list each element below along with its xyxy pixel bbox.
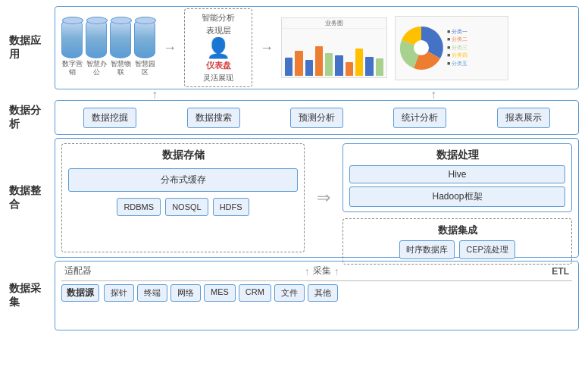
dashboard-box: 智能分析 表现层 👤 仪表盘 灵活展现 bbox=[184, 8, 252, 87]
legend-4: ■ 分类四 bbox=[447, 52, 468, 60]
fenxi-item-4: 统计分析 bbox=[393, 108, 446, 128]
cylinder-group: 数字营销 智慧办公 智慧物联 智慧园区 bbox=[61, 19, 155, 77]
content-yingyong: 数字营销 智慧办公 智慧物联 智慧园区 → 智能分析 bbox=[55, 6, 579, 89]
content-caiji: 适配器 ↑ 采集 ↑ ETL 数据源 探针 终端 网络 bbox=[55, 261, 579, 330]
fenxi-item-3: 预测分析 bbox=[290, 108, 343, 128]
bar-9 bbox=[365, 57, 373, 76]
source-crm: CRM bbox=[239, 284, 271, 302]
content-fenxi: 数据挖掘 数据搜索 预测分析 统计分析 报表展示 bbox=[55, 100, 579, 135]
cylinder-label-4: 智慧园区 bbox=[134, 60, 155, 77]
cylinder-1 bbox=[61, 19, 83, 58]
right-processing: 数据处理 Hive Hadoop框架 数据集成 时序数据库 CEP流处理 bbox=[342, 143, 572, 252]
dashboard-subtitle: 仪表盘 bbox=[206, 60, 231, 71]
middle-arrow: ⇒ bbox=[317, 143, 330, 252]
cylinder-item-2: 智慧办公 bbox=[86, 19, 107, 77]
storage-title: 数据存储 bbox=[68, 149, 298, 162]
etl-badge: ETL bbox=[552, 266, 569, 277]
cylinder-label-3: 智慧物联 bbox=[110, 60, 131, 77]
integration-title: 数据集成 bbox=[349, 224, 565, 237]
caiji-sources: 数据源 探针 终端 网络 MES CRM 文件 其他 bbox=[61, 284, 572, 302]
row-fenxi: 数据分析 数据挖掘 数据搜索 预测分析 统计分析 报表展示 bbox=[9, 100, 579, 135]
bar-1 bbox=[285, 58, 292, 76]
cylinder-item-1: 数字营销 bbox=[61, 19, 83, 77]
arrow-to-charts: → bbox=[260, 40, 274, 56]
cylinder-label-1: 数字营销 bbox=[61, 60, 83, 77]
processing-title: 数据处理 bbox=[349, 149, 565, 162]
svg-point-1 bbox=[414, 40, 429, 55]
mini-bar-chart: 业务图 bbox=[281, 17, 387, 78]
storage-box: 数据存储 分布式缓存 RDBMS NOSQL HDFS bbox=[61, 143, 305, 252]
distributed-cache: 分布式缓存 bbox=[68, 168, 298, 192]
bar-7 bbox=[346, 62, 353, 76]
legend-1: ■ 分类一 bbox=[447, 28, 468, 36]
cylinder-item-4: 智慧园区 bbox=[134, 19, 155, 77]
processing-hive: Hive bbox=[349, 165, 565, 183]
bar-4 bbox=[315, 46, 323, 76]
cylinder-2 bbox=[86, 19, 107, 58]
source-network: 网络 bbox=[170, 284, 201, 302]
legend-2: ■ 分类二 bbox=[447, 36, 468, 44]
mini-chart-bars bbox=[282, 29, 386, 77]
bar-2 bbox=[295, 51, 302, 76]
legend-5: ■ 分类五 bbox=[447, 60, 468, 68]
integration-box: 数据集成 时序数据库 CEP流处理 bbox=[342, 218, 572, 265]
content-zhenghe: 数据存储 分布式缓存 RDBMS NOSQL HDFS ⇒ 数据处理 Hive … bbox=[55, 138, 579, 258]
pie-legend: ■ 分类一 ■ 分类二 ■ 分类三 ■ 分类四 ■ 分类五 bbox=[447, 28, 468, 68]
source-mes: MES bbox=[204, 284, 236, 302]
source-title: 数据源 bbox=[61, 284, 99, 302]
row-caiji: 数据采集 适配器 ↑ 采集 ↑ ETL 数据源 探 bbox=[9, 261, 579, 330]
storage-bottom: RDBMS NOSQL HDFS bbox=[68, 198, 298, 216]
label-fenxi: 数据分析 bbox=[9, 100, 48, 135]
integration-tsdb: 时序数据库 bbox=[399, 240, 455, 259]
bar-8 bbox=[355, 49, 363, 76]
storage-hdfs: HDFS bbox=[213, 198, 249, 216]
processing-box: 数据处理 Hive Hadoop框架 bbox=[342, 143, 572, 212]
adapter-badge: 适配器 bbox=[64, 265, 92, 277]
caiji-header: 适配器 ↑ 采集 ↑ ETL bbox=[61, 265, 572, 277]
source-probe: 探针 bbox=[104, 284, 134, 302]
integration-cep: CEP流处理 bbox=[459, 240, 515, 259]
label-yingyong: 数据应用 bbox=[9, 6, 48, 89]
source-items: 探针 终端 网络 MES CRM 文件 其他 bbox=[104, 284, 572, 302]
integration-bottom: 时序数据库 CEP流处理 bbox=[349, 240, 565, 259]
legend-3: ■ 分类三 bbox=[447, 44, 468, 52]
processing-hadoop: Hadoop框架 bbox=[349, 186, 565, 207]
bar-10 bbox=[376, 58, 383, 76]
cylinder-item-3: 智慧物联 bbox=[110, 19, 131, 77]
mini-pie-chart: ■ 分类一 ■ 分类二 ■ 分类三 ■ 分类四 ■ 分类五 bbox=[395, 16, 508, 80]
flexible-label: 灵活展现 bbox=[203, 73, 233, 83]
collect-badge: 采集 bbox=[313, 265, 331, 277]
source-other: 其他 bbox=[308, 284, 338, 302]
cylinder-label-2: 智慧办公 bbox=[86, 60, 107, 77]
fenxi-item-1: 数据挖掘 bbox=[83, 108, 136, 128]
row-zhenghe: 数据整合 数据存储 分布式缓存 RDBMS NOSQL HDFS ⇒ 数据处理 … bbox=[9, 138, 579, 258]
dashboard-box-title: 智能分析 bbox=[202, 12, 235, 23]
dashboard-icon: 👤 bbox=[206, 36, 230, 60]
bar-5 bbox=[325, 53, 333, 76]
label-zhenghe: 数据整合 bbox=[9, 138, 48, 258]
label-caiji: 数据采集 bbox=[9, 261, 48, 330]
bar-3 bbox=[305, 60, 313, 76]
cylinder-4 bbox=[134, 19, 155, 58]
mini-chart-title: 业务图 bbox=[282, 18, 386, 29]
source-terminal: 终端 bbox=[137, 284, 167, 302]
storage-nosql: NOSQL bbox=[165, 198, 208, 216]
row-yingyong: 数据应用 数字营销 智慧办公 智慧物联 智慧园区 bbox=[9, 6, 579, 89]
dashboard-layer-title: 表现层 bbox=[206, 25, 231, 36]
bar-6 bbox=[335, 55, 342, 76]
arrow-to-dashboard: → bbox=[163, 40, 177, 56]
cylinder-3 bbox=[110, 19, 131, 58]
source-file: 文件 bbox=[274, 284, 305, 302]
main-container: 数据应用 数字营销 智慧办公 智慧物联 智慧园区 bbox=[0, 0, 588, 379]
pie-svg bbox=[399, 25, 444, 70]
fenxi-item-2: 数据搜索 bbox=[187, 108, 240, 128]
up-arrows-1: ↑ ↑ bbox=[9, 92, 579, 97]
storage-rdbms: RDBMS bbox=[117, 198, 161, 216]
fenxi-item-5: 报表展示 bbox=[497, 108, 550, 128]
